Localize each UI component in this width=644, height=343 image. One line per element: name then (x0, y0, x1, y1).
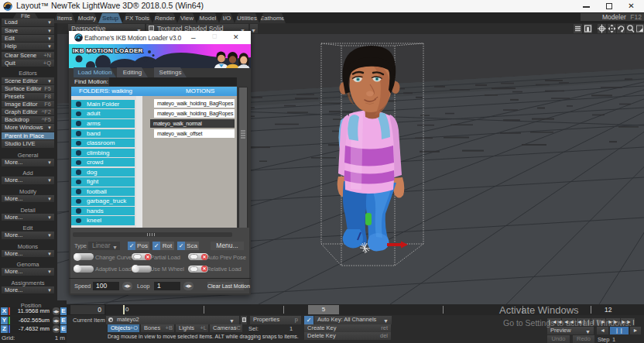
svg-text:IKB MOTION LOADER: IKB MOTION LOADER (73, 47, 143, 54)
